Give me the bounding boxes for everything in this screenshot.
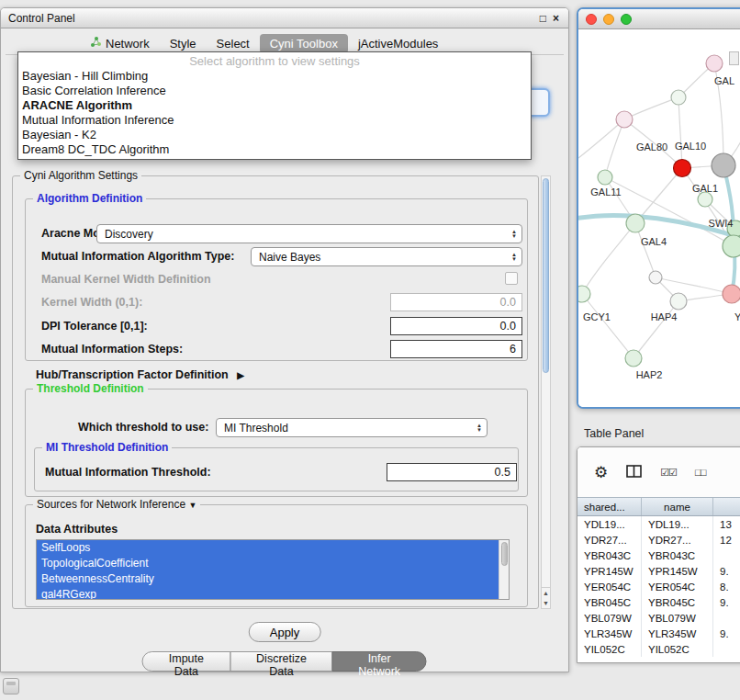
show-columns-icon[interactable] — [626, 465, 642, 480]
network-node[interactable] — [712, 153, 735, 177]
kernel-width-field[interactable]: 0.0 — [390, 293, 522, 311]
attribute-item-selected[interactable]: TopologicalCoefficient — [37, 556, 499, 571]
cell: YER054C — [642, 579, 713, 594]
mi-threshold-field[interactable]: 0.5 — [387, 463, 517, 481]
network-node[interactable] — [706, 55, 723, 72]
group-title: Cyni Algorithm Settings — [20, 169, 141, 182]
collapse-down-icon[interactable]: ▼ — [188, 501, 196, 510]
apply-button[interactable]: Apply — [249, 622, 321, 642]
column-header-name[interactable]: name — [642, 498, 713, 515]
network-node[interactable] — [578, 286, 590, 302]
attribute-item-selected[interactable]: BetweennessCentrality — [37, 571, 499, 587]
mi-steps-label: Mutual Information Steps: — [41, 343, 183, 356]
tab-style[interactable]: Style — [160, 34, 207, 53]
network-scrollbar-stub[interactable] — [729, 51, 739, 65]
tab-label: Select — [217, 37, 250, 51]
network-node[interactable] — [723, 285, 740, 303]
scroll-up-icon[interactable]: ▲ — [542, 588, 550, 598]
network-node[interactable] — [616, 111, 633, 128]
column-header-partial[interactable] — [713, 498, 740, 515]
cell: YBR043C — [642, 548, 713, 563]
close-window-icon[interactable]: × — [553, 13, 559, 24]
chevron-up-down-icon: ▲▼ — [511, 253, 517, 262]
table-row[interactable]: YBL079WYBL079W — [577, 610, 740, 626]
cell: YBR043C — [577, 548, 642, 563]
node-label: HAP2 — [636, 369, 663, 380]
network-node[interactable] — [598, 170, 612, 185]
data-attributes-list: SelfLoops TopologicalCoefficient Between… — [36, 539, 510, 600]
attribute-item-selected[interactable]: gal4RGexp — [37, 587, 499, 599]
sources-title-label: Sources for Network Inference — [37, 498, 185, 511]
network-node[interactable] — [723, 235, 740, 257]
mi-algorithm-type-value: Naive Bayes — [259, 251, 320, 264]
column-header-shared-name[interactable]: shared... — [577, 498, 642, 515]
gear-icon[interactable]: ⚙ — [594, 465, 608, 480]
aracne-mode-select[interactable]: Discovery ▲▼ — [96, 224, 522, 243]
which-threshold-select[interactable]: MI Threshold ▲▼ — [216, 418, 488, 437]
table-row[interactable]: YBR045CYBR045C9. — [577, 594, 740, 610]
tab-impute-data[interactable]: Impute Data — [142, 651, 231, 672]
table-row[interactable]: YDR27...YDR27...12 — [577, 532, 740, 548]
tab-discretize-data[interactable]: Discretize Data — [230, 651, 333, 672]
dropdown-item-selected[interactable]: ARACNE Algorithm — [18, 98, 531, 113]
algorithm-dropdown-popup: Select algorithm to view settings Bayesi… — [17, 51, 532, 160]
minimize-traffic-light-icon[interactable] — [603, 14, 614, 25]
network-canvas[interactable]: GAL80 GAL10 GAL11 GAL1 SWI4 GAL4 GCY1 HA… — [578, 29, 740, 407]
float-window-icon[interactable]: □ — [540, 13, 546, 24]
manual-kernel-width-checkbox[interactable] — [505, 272, 518, 285]
hub-section-label: Hub/Transcription Factor Definition — [36, 368, 229, 381]
cell — [713, 641, 740, 657]
table-panel-window: ⚙ ☑☑ □□ shared... name YDL19...YDL19...1… — [577, 446, 740, 663]
minimized-window-icon[interactable] — [3, 678, 19, 694]
expand-right-icon[interactable]: ▶ — [237, 370, 244, 380]
network-graph[interactable]: GAL80 GAL10 GAL11 GAL1 SWI4 GAL4 GCY1 HA… — [578, 29, 740, 409]
mi-algorithm-type-select[interactable]: Naive Bayes ▲▼ — [251, 247, 522, 266]
attributes-scrollbar[interactable] — [499, 540, 509, 599]
dropdown-item[interactable]: Mutual Information Inference — [18, 113, 531, 128]
network-node[interactable] — [625, 350, 642, 367]
table-row[interactable]: YIL052CYIL052C — [577, 641, 740, 657]
dpi-tolerance-field[interactable]: 0.0 — [390, 317, 522, 335]
network-node[interactable] — [671, 90, 686, 105]
network-node[interactable] — [698, 192, 712, 207]
dropdown-item[interactable]: Dream8 DC_TDC Algorithm — [18, 142, 531, 157]
dropdown-item[interactable]: Bayesian - Hill Climbing — [18, 69, 531, 84]
tab-network[interactable]: Network — [80, 33, 160, 53]
table-row[interactable]: YLR345WYLR345W9. — [577, 626, 740, 641]
which-threshold-label: Which threshold to use: — [78, 421, 208, 434]
node-label: GAL4 — [641, 236, 667, 247]
scrollbar-thumb[interactable] — [543, 178, 549, 373]
network-node[interactable] — [649, 271, 662, 284]
clear-selection-icon[interactable]: □□ — [695, 465, 705, 480]
table-row[interactable]: YBR043CYBR043C — [577, 548, 740, 563]
tab-jactivemodules[interactable]: jActiveModules — [348, 34, 448, 53]
dropdown-item[interactable]: Bayesian - K2 — [18, 128, 531, 142]
attribute-item-selected[interactable]: SelfLoops — [37, 540, 499, 556]
network-node[interactable] — [626, 214, 645, 232]
scroll-down-icon[interactable]: ▼ — [542, 598, 550, 608]
table-row[interactable]: YPR145WYPR145W9. — [577, 563, 740, 579]
cell: YIL052C — [577, 641, 642, 657]
node-label: HAP4 — [651, 311, 678, 322]
close-traffic-light-icon[interactable] — [586, 14, 597, 25]
network-node[interactable] — [670, 293, 687, 310]
cell: YIL052C — [642, 641, 713, 657]
sources-group-title[interactable]: Sources for Network Inference ▼ — [33, 498, 200, 511]
hub-transcription-factor-section[interactable]: Hub/Transcription Factor Definition ▶ — [36, 368, 244, 381]
settings-scrollbar[interactable]: ▲ ▼ — [541, 175, 551, 609]
cell: YDR27... — [642, 532, 713, 548]
tab-infer-network[interactable]: Infer Network — [332, 651, 427, 672]
cell: YLR345W — [577, 626, 642, 641]
select-all-icon[interactable]: ☑☑ — [660, 465, 677, 480]
tab-select[interactable]: Select — [207, 34, 260, 53]
dropdown-item[interactable]: Basic Correlation Inference — [18, 84, 531, 98]
table-row[interactable]: YDL19...YDL19...13 — [577, 516, 740, 532]
network-node-selected[interactable] — [674, 160, 691, 177]
cell: YPR145W — [642, 563, 713, 579]
mi-steps-field[interactable]: 6 — [390, 340, 522, 358]
zoom-traffic-light-icon[interactable] — [621, 14, 632, 25]
table-row[interactable]: YER054CYER054C8. — [577, 579, 740, 594]
tab-cyni-toolbox[interactable]: Cyni Toolbox — [260, 34, 348, 53]
cell: YBR045C — [642, 594, 713, 610]
node-label: GAL — [714, 75, 734, 86]
